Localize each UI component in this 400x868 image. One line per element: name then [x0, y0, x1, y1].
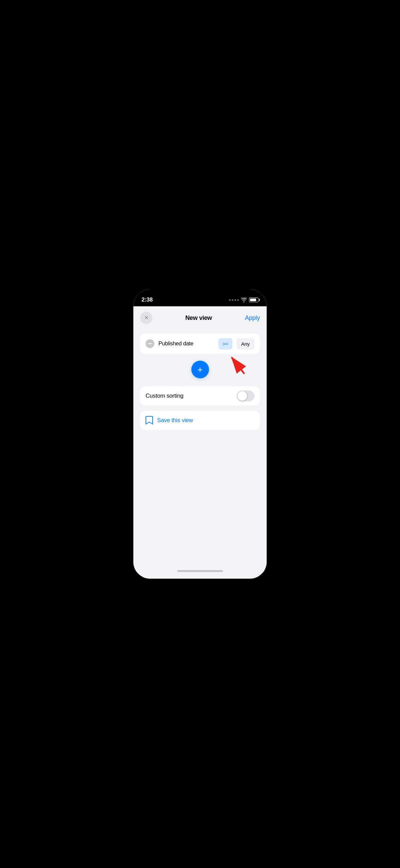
add-button-area: + [140, 359, 260, 381]
remove-filter-button[interactable] [146, 339, 154, 348]
nav-bar: ✕ New view Apply [133, 306, 267, 328]
battery-icon [249, 297, 259, 302]
save-view-card[interactable]: Save this view [140, 411, 260, 430]
scroll-area: Published date >= Any [133, 328, 267, 567]
content-area: ✕ New view Apply Published date >= Any [133, 306, 267, 579]
add-filter-button[interactable]: + [191, 361, 209, 378]
value-button[interactable]: Any [236, 338, 254, 349]
close-button[interactable]: ✕ [140, 312, 152, 324]
home-bar [177, 570, 223, 572]
filter-row: Published date >= Any [140, 333, 260, 354]
custom-sorting-toggle[interactable] [237, 391, 254, 401]
status-bar: 2:38 [133, 289, 267, 306]
home-indicator [133, 567, 267, 579]
phone-frame: 2:38 ✕ [133, 289, 267, 579]
operator-button[interactable]: >= [218, 338, 232, 349]
custom-sorting-card: Custom sorting [140, 386, 260, 405]
bookmark-icon [146, 416, 153, 425]
wifi-icon [241, 297, 247, 302]
filter-field-label: Published date [158, 341, 214, 347]
page-title: New view [185, 314, 212, 322]
status-icons [229, 297, 259, 302]
minus-icon [148, 343, 152, 344]
save-view-label: Save this view [157, 417, 193, 424]
custom-sorting-label: Custom sorting [146, 393, 184, 399]
signal-icon [229, 299, 239, 301]
toggle-knob [237, 391, 247, 401]
close-icon: ✕ [144, 315, 149, 321]
status-time: 2:38 [141, 296, 153, 303]
plus-icon: + [197, 365, 203, 374]
apply-button[interactable]: Apply [245, 314, 260, 322]
